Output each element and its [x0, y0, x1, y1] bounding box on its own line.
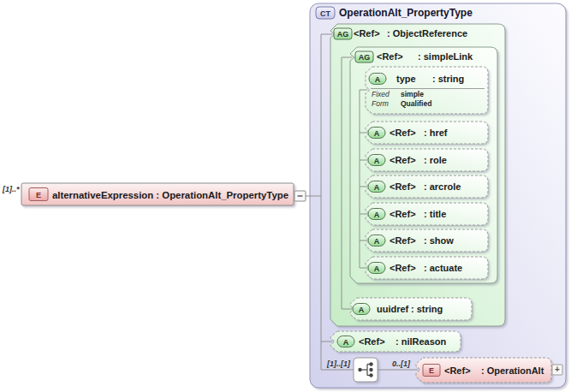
attribute-row-href: A <Ref> : href	[366, 122, 488, 144]
actuate-type: : actuate	[424, 263, 462, 273]
operationalt-badge-label: E	[429, 366, 434, 375]
simplelink-ref: <Ref>	[377, 51, 403, 62]
attribute-row-title: A <Ref> : title	[366, 203, 488, 225]
element-multiplicity: [1]..*	[2, 185, 20, 193]
facet-value-fixed: simple	[401, 90, 424, 98]
uuidref-badge-label: A	[359, 306, 365, 314]
object-reference-ref: <Ref>	[354, 28, 380, 39]
arcrole-badge-label: A	[374, 183, 380, 192]
element-badge-label: E	[36, 191, 41, 199]
show-badge-label: A	[374, 237, 380, 246]
type-attribute-name: type	[396, 74, 416, 84]
operationalt-ref: <Ref>	[444, 365, 471, 376]
simplelink-badge-label: AG	[359, 53, 371, 62]
title-badge-label: A	[374, 211, 380, 219]
title-type: : title	[424, 209, 446, 219]
sequence-right-multiplicity: 0..[1]	[392, 359, 411, 368]
element-label: alternativeExpression : OperationAlt_Pro…	[52, 190, 288, 200]
nilreason-badge-label: A	[343, 338, 349, 347]
type-attribute-badge-label: A	[375, 75, 381, 84]
object-reference-type: : ObjectReference	[387, 28, 467, 39]
attribute-row-arcrole: A <Ref> : arcrole	[366, 175, 488, 198]
facet-key-form: Form	[372, 99, 389, 108]
actuate-badge-label: A	[374, 264, 380, 273]
attribute-row-show: A <Ref> : show	[366, 229, 488, 252]
uuidref-type: : string	[411, 304, 443, 314]
arcrole-type: : arcrole	[424, 181, 461, 192]
object-reference-badge-label: AG	[337, 30, 349, 39]
role-badge-label: A	[374, 157, 380, 165]
attribute-row-actuate: A <Ref> : actuate	[366, 257, 488, 279]
show-ref: <Ref>	[390, 235, 416, 246]
arcrole-ref: <Ref>	[390, 181, 416, 192]
xsd-diagram-canvas: CT OperationAlt_PropertyType AG <Ref> : …	[0, 0, 571, 392]
sequence-left-multiplicity: [1]..[1]	[326, 359, 351, 368]
href-type: : href	[424, 128, 448, 138]
type-attribute-type: : string	[432, 74, 464, 84]
role-ref: <Ref>	[390, 155, 416, 165]
nilreason-ref: <Ref>	[359, 336, 385, 347]
attribute-row-role: A <Ref> : role	[366, 149, 488, 171]
facet-value-form: Qualified	[401, 99, 431, 108]
show-type: : show	[424, 235, 454, 246]
facet-key-fixed: Fixed	[372, 90, 390, 98]
nilreason-type: : nilReason	[396, 336, 447, 347]
complex-type-title: OperationAlt_PropertyType	[339, 7, 473, 19]
xsd-diagram: CT OperationAlt_PropertyType AG <Ref> : …	[0, 0, 571, 392]
expand-plus-icon: +	[555, 365, 560, 374]
uuidref-name: uuidref	[377, 304, 409, 314]
simplelink-type: : simpleLink	[418, 51, 473, 62]
role-type: : role	[424, 155, 447, 165]
title-ref: <Ref>	[390, 209, 416, 219]
complex-type-badge-label: CT	[320, 9, 330, 18]
actuate-ref: <Ref>	[390, 263, 416, 273]
href-ref: <Ref>	[390, 128, 416, 138]
operationalt-type: : OperationAlt	[481, 365, 544, 376]
href-badge-label: A	[374, 129, 380, 138]
